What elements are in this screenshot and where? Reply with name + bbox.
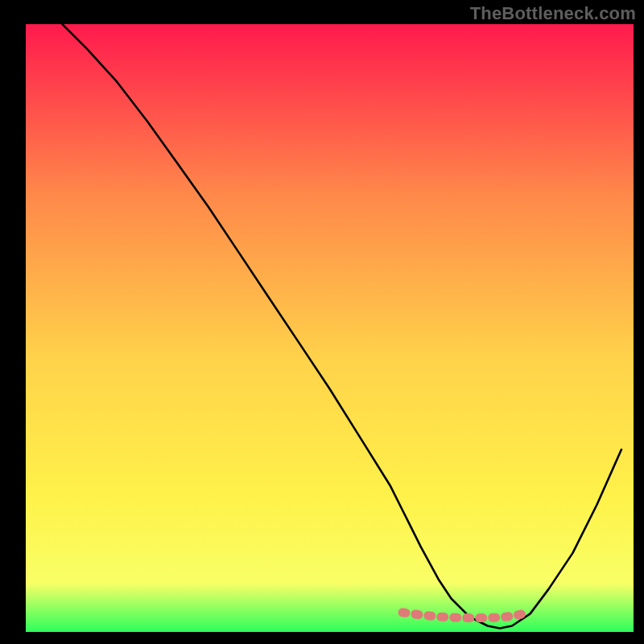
plot-area <box>26 24 634 632</box>
chart-frame: { "watermark": "TheBottleneck.com", "col… <box>0 0 644 644</box>
bottleneck-chart <box>0 0 644 644</box>
